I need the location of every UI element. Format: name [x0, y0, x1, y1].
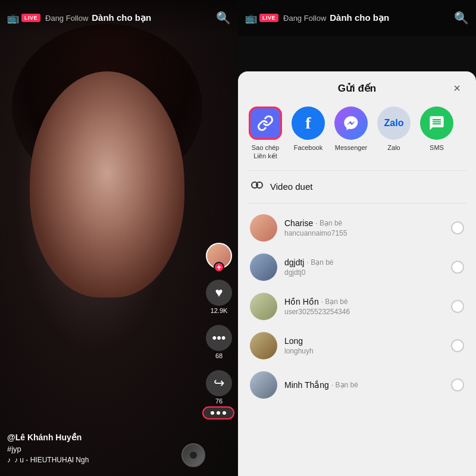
contact-info: Minh Thắng · Bạn bè — [284, 380, 444, 390]
live-badge: LIVE — [21, 14, 40, 22]
tv-icon: 📺 — [7, 12, 19, 24]
messenger-icon — [334, 107, 368, 140]
copy-link-icon — [249, 107, 282, 140]
share-item-facebook[interactable]: f Facebook — [290, 107, 326, 152]
contact-select-radio[interactable] — [451, 378, 464, 392]
dot1 — [211, 411, 214, 415]
contact-username: longhuyh — [284, 347, 444, 355]
contact-item[interactable]: Long longhuyh — [238, 326, 476, 365]
video-duet-row[interactable]: Video duet — [238, 171, 476, 203]
follow-button[interactable]: + — [214, 262, 224, 273]
contact-avatar — [250, 371, 277, 399]
modal-close-button[interactable]: × — [449, 80, 465, 96]
right-top-nav: 📺 LIVE Đang Follow Dành cho bạn 🔍 — [238, 0, 476, 36]
contact-avatar — [250, 214, 277, 242]
video-hashtag: #jyp — [7, 444, 89, 453]
contact-select-radio[interactable] — [451, 261, 464, 274]
share-count: 76 — [215, 397, 223, 405]
comment-group: ••• 68 — [206, 325, 232, 359]
comment-count: 68 — [215, 352, 223, 359]
creator-username: @Lê Khánh Huyền — [7, 433, 89, 442]
like-button[interactable]: ♥ — [206, 280, 232, 306]
share-button[interactable]: ↪ — [206, 370, 232, 396]
more-options-button[interactable] — [202, 406, 234, 419]
sms-icon — [420, 107, 453, 140]
search-icon-right[interactable]: 🔍 — [454, 11, 469, 25]
right-video-panel: 📺 LIVE Đang Follow Dành cho bạn 🔍 Gửi đế… — [238, 0, 476, 476]
contact-name: Long — [284, 336, 303, 346]
contact-name: Charise — [284, 218, 313, 228]
contact-name-row: Hồn Hồn · Bạn bè — [284, 297, 444, 306]
contact-select-radio[interactable] — [451, 221, 464, 234]
creator-avatar-container[interactable]: + — [206, 243, 232, 269]
contact-friend: · Bạn bè — [306, 258, 333, 267]
contact-friend: · Bạn bè — [331, 381, 358, 389]
comment-button[interactable]: ••• — [206, 325, 232, 351]
contact-avatar — [250, 253, 277, 281]
music-disc-inner — [190, 452, 197, 459]
contact-item[interactable]: Minh Thắng · Bạn bè — [238, 365, 476, 405]
dot2 — [217, 411, 220, 415]
zalo-icon: Zalo — [377, 107, 411, 140]
facebook-label: Facebook — [294, 143, 322, 152]
contact-item[interactable]: Hồn Hồn · Bạn bè user3025523254346 — [238, 287, 476, 326]
music-icon: ♪ — [7, 456, 11, 464]
modal-title: Gửi đến — [338, 82, 376, 95]
search-icon-left[interactable]: 🔍 — [216, 11, 231, 25]
duet-label: Video duet — [270, 181, 312, 192]
contact-name: Minh Thắng — [284, 380, 329, 390]
contact-name-row: Long — [284, 336, 444, 346]
share-group: ↪ 76 — [206, 370, 232, 405]
contact-name: dgjdtj — [284, 258, 304, 267]
sms-label: SMS — [430, 143, 444, 152]
contact-friend: · Bạn bè — [321, 298, 348, 306]
messenger-label: Messenger — [335, 143, 367, 152]
zalo-label: Zalo — [387, 143, 400, 152]
share-icons-row: Sao chépLiên kết f Facebook Messenger — [238, 102, 476, 170]
like-group: ♥ 12.9K — [206, 280, 232, 314]
nav-for-you-left[interactable]: Dành cho bạn — [92, 12, 151, 23]
nav-follow-left[interactable]: Đang Follow — [45, 14, 88, 23]
left-top-nav: 📺 LIVE Đang Follow Dành cho bạn 🔍 — [0, 0, 238, 36]
nav-follow-right[interactable]: Đang Follow — [283, 14, 326, 23]
copy-link-label: Sao chépLiên kết — [252, 143, 279, 161]
nav-for-you-right[interactable]: Dành cho bạn — [330, 12, 389, 23]
contact-info: dgjdtj · Bạn bè dgjdtj0 — [284, 258, 444, 277]
contact-select-radio[interactable] — [451, 339, 464, 352]
song-name: ♪ u - HIEUTHUHẠI Ngh — [14, 456, 89, 464]
contact-info: Charise · Bạn bè hancuannaimo7155 — [284, 218, 444, 237]
video-info: @Lê Khánh Huyền #jyp ♪ ♪ u - HIEUTHUHẠI … — [7, 433, 89, 464]
tv-icon-right: 📺 — [245, 12, 257, 24]
contact-name-row: Charise · Bạn bè — [284, 218, 444, 228]
contact-select-radio[interactable] — [451, 300, 464, 313]
song-info: ♪ ♪ u - HIEUTHUHẠI Ngh — [7, 456, 89, 464]
contact-avatar — [250, 293, 277, 320]
live-badge-right: LIVE — [259, 14, 278, 22]
face-decoration — [30, 71, 184, 298]
share-item-messenger[interactable]: Messenger — [333, 107, 369, 152]
contacts-list: Charise · Bạn bè hancuannaimo7155 dgjdtj… — [238, 203, 476, 476]
contact-name-row: dgjdtj · Bạn bè — [284, 258, 444, 267]
contact-friend: · Bạn bè — [315, 219, 342, 227]
contact-username: hancuannaimo7155 — [284, 229, 444, 237]
contact-name-row: Minh Thắng · Bạn bè — [284, 380, 444, 390]
duet-icon — [250, 178, 264, 196]
contact-item[interactable]: dgjdtj · Bạn bè dgjdtj0 — [238, 248, 476, 287]
dot3 — [223, 411, 226, 415]
share-modal: Gửi đến × Sao chépLiên kết f Face — [238, 71, 476, 476]
contact-info: Long longhuyh — [284, 336, 444, 355]
share-item-zalo[interactable]: Zalo Zalo — [376, 107, 412, 152]
modal-header: Gửi đến × — [238, 71, 476, 102]
contact-name: Hồn Hồn — [284, 297, 319, 306]
facebook-icon: f — [292, 107, 325, 140]
like-count: 12.9K — [211, 307, 228, 314]
right-action-icons: + ♥ 12.9K ••• 68 ↪ 76 — [206, 243, 232, 405]
contact-username: dgjdtj0 — [284, 268, 444, 277]
contact-info: Hồn Hồn · Bạn bè user3025523254346 — [284, 297, 444, 316]
contact-username: user3025523254346 — [284, 308, 444, 316]
contact-item[interactable]: Charise · Bạn bè hancuannaimo7155 — [238, 208, 476, 248]
share-item-copy-link[interactable]: Sao chépLiên kết — [248, 107, 283, 161]
share-item-sms[interactable]: SMS — [419, 107, 455, 152]
music-disc — [181, 443, 205, 467]
left-video-panel: 📺 LIVE Đang Follow Dành cho bạn 🔍 + ♥ 12… — [0, 0, 238, 476]
